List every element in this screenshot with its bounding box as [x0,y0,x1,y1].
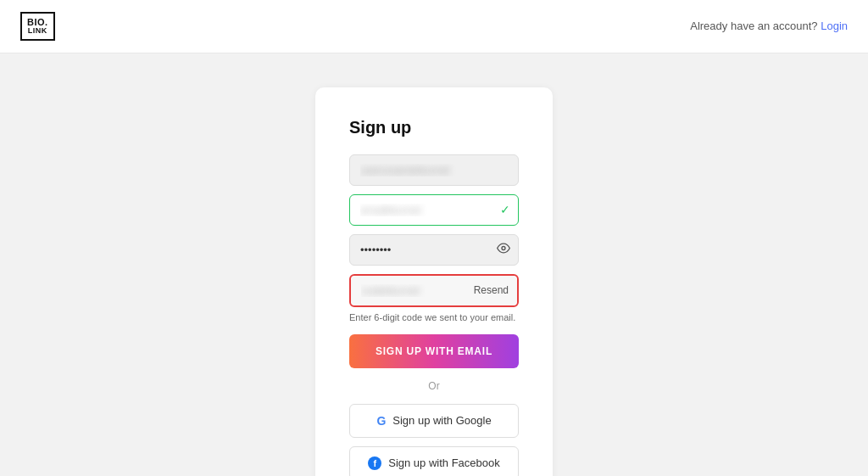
resend-button[interactable]: Resend [474,284,509,296]
signup-card: Sign up ✓ Resend Enter 6-digit code we [315,87,553,476]
username-wrapper [349,154,519,186]
email-wrapper: ✓ [349,194,519,226]
password-input[interactable] [349,234,519,266]
svg-point-0 [502,247,505,250]
eye-icon[interactable] [497,242,510,258]
header: BIO. LINK Already have an account? Login [0,0,868,53]
code-wrapper: Resend [349,274,519,307]
signup-google-label: Sign up with Google [392,414,491,427]
login-link[interactable]: Login [821,20,848,32]
signup-facebook-label: Sign up with Facebook [388,456,500,469]
signup-facebook-button[interactable]: f Sign up with Facebook [349,446,519,476]
main-content: Sign up ✓ Resend Enter 6-digit code we [0,53,868,476]
logo-bottom: LINK [28,27,47,36]
already-account-text: Already have an account? [690,20,817,32]
google-icon: G [376,414,386,428]
password-wrapper [349,234,519,266]
header-right: Already have an account? Login [690,20,848,32]
email-input[interactable] [349,194,519,226]
or-divider: Or [349,380,519,392]
signup-google-button[interactable]: G Sign up with Google [349,404,519,438]
code-hint-text: Enter 6-digit code we sent to your email… [349,312,519,322]
signup-email-button[interactable]: SIGN UP WITH EMAIL [349,334,519,368]
facebook-icon: f [368,456,381,470]
card-title: Sign up [349,118,519,137]
username-input[interactable] [349,154,519,186]
logo: BIO. LINK [20,12,55,41]
check-icon: ✓ [500,203,510,216]
